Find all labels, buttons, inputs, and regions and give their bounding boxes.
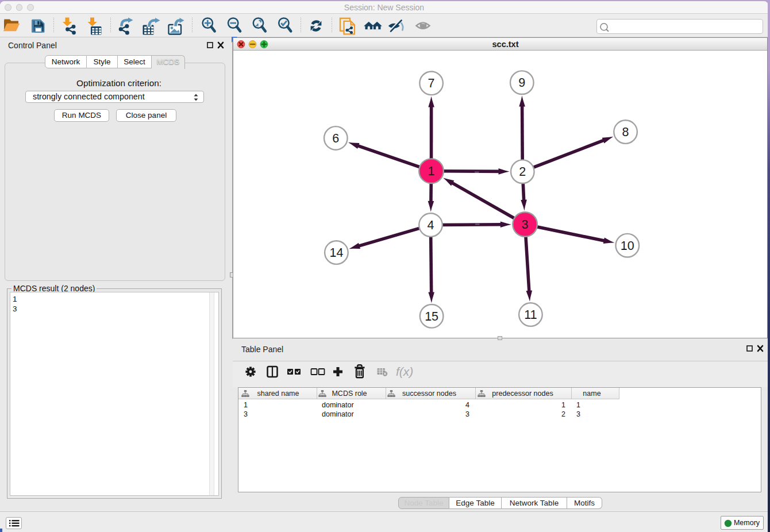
- svg-text:4: 4: [428, 218, 434, 232]
- svg-text:6: 6: [332, 132, 339, 145]
- svg-text:8: 8: [622, 125, 629, 139]
- svg-text:7: 7: [428, 76, 435, 90]
- svg-text:11: 11: [524, 308, 537, 322]
- svg-text:9: 9: [518, 76, 525, 90]
- svg-text:f(x): f(x): [396, 365, 413, 378]
- svg-text:2: 2: [519, 165, 526, 179]
- svg-text:1: 1: [428, 164, 435, 178]
- svg-text:15: 15: [425, 310, 438, 323]
- svg-text:10: 10: [621, 239, 634, 253]
- svg-text:14: 14: [329, 246, 343, 260]
- svg-text:3: 3: [522, 218, 529, 232]
